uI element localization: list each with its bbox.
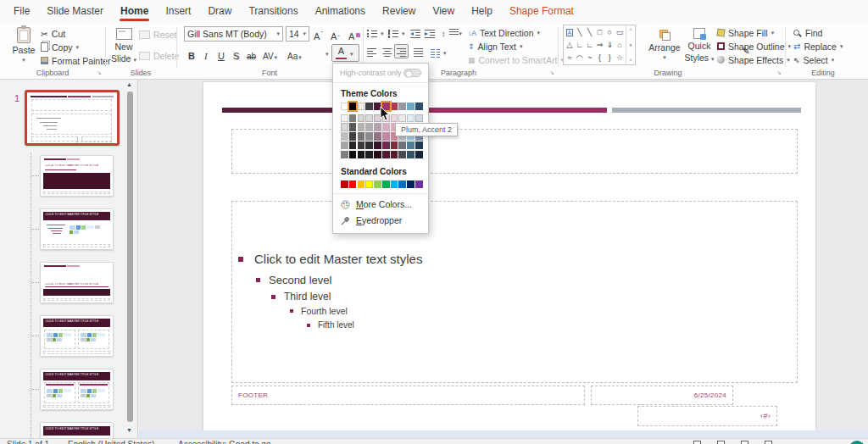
theme-variant-swatch[interactable] bbox=[391, 151, 398, 158]
align-center-button[interactable] bbox=[382, 47, 392, 59]
theme-variant-swatch[interactable] bbox=[341, 132, 348, 140]
date-placeholder[interactable]: 6/25/2024 bbox=[591, 386, 733, 405]
theme-variant-swatch[interactable] bbox=[365, 142, 373, 149]
menu-tab-review[interactable]: Review bbox=[374, 0, 424, 22]
increase-font-size-button[interactable]: Aˆ bbox=[314, 28, 323, 42]
language-status[interactable]: English (United States) bbox=[68, 440, 154, 444]
theme-variant-swatch[interactable] bbox=[391, 114, 398, 122]
decrease-indent-button[interactable] bbox=[410, 27, 420, 40]
theme-variant-swatch[interactable] bbox=[349, 114, 357, 122]
theme-color-swatch[interactable] bbox=[398, 103, 406, 110]
shape-glyph[interactable]: ╲ bbox=[577, 28, 581, 36]
theme-variant-swatch[interactable] bbox=[349, 132, 357, 140]
theme-variant-swatch[interactable] bbox=[374, 151, 381, 158]
standard-color-swatch[interactable] bbox=[349, 180, 357, 188]
menu-tab-home[interactable]: Home bbox=[112, 0, 157, 22]
menu-tab-view[interactable]: View bbox=[424, 0, 463, 22]
shape-glyph[interactable]: ○ bbox=[608, 28, 612, 36]
font-size-combo[interactable]: 14 ▾ bbox=[286, 26, 309, 42]
theme-variant-swatch[interactable] bbox=[365, 114, 373, 122]
drawing-dialog-launcher-icon[interactable]: ↘ bbox=[776, 69, 782, 76]
theme-color-swatch[interactable] bbox=[341, 103, 348, 110]
title-placeholder[interactable] bbox=[231, 129, 798, 174]
slide-thumbnail-5[interactable]: CLICK TO EDIT MASTER TITLE STYLE bbox=[40, 315, 114, 357]
strikethrough-button[interactable]: ab bbox=[247, 47, 256, 61]
cut-button[interactable]: ✂ Cut bbox=[41, 27, 65, 40]
slideshow-view-icon[interactable] bbox=[765, 441, 772, 444]
theme-variant-swatch[interactable] bbox=[349, 123, 357, 130]
theme-color-swatch[interactable] bbox=[365, 103, 373, 110]
line-spacing-button[interactable]: ↕ ▾ bbox=[442, 27, 462, 40]
slide-thumbnail-1[interactable] bbox=[25, 90, 120, 146]
shape-glyph[interactable]: ⇒ bbox=[597, 41, 604, 49]
theme-variant-swatch[interactable] bbox=[415, 142, 423, 149]
arrange-button[interactable]: Arrange ▾ bbox=[648, 25, 682, 65]
theme-variant-swatch[interactable] bbox=[382, 151, 390, 158]
theme-variant-swatch[interactable] bbox=[415, 151, 423, 158]
theme-variant-swatch[interactable] bbox=[407, 142, 415, 149]
theme-variant-swatch[interactable] bbox=[365, 123, 373, 130]
theme-variant-swatch[interactable] bbox=[382, 142, 390, 149]
replace-button[interactable]: ⇄ Replace ▾ bbox=[793, 40, 843, 53]
italic-button[interactable]: I bbox=[204, 47, 208, 61]
bullets-button[interactable]: ▾ bbox=[367, 27, 384, 40]
standard-color-swatch[interactable] bbox=[374, 180, 381, 188]
more-colors-item[interactable]: More Colors... bbox=[333, 197, 428, 213]
shape-glyph[interactable]: ⌂ bbox=[617, 41, 621, 49]
underline-button[interactable]: U bbox=[218, 47, 225, 61]
text-shadow-button[interactable]: S bbox=[233, 47, 239, 61]
theme-color-swatch[interactable] bbox=[407, 103, 415, 110]
normal-view-icon[interactable] bbox=[693, 441, 701, 444]
theme-color-swatch[interactable] bbox=[349, 103, 357, 110]
delete-button[interactable]: Delete bbox=[139, 49, 179, 62]
master-text-level-5[interactable]: Fifth level bbox=[307, 320, 354, 330]
shape-glyph[interactable]: ∟ bbox=[576, 41, 583, 49]
shape-fill-button[interactable]: Shape Fill ▾ bbox=[717, 26, 774, 39]
clipboard-dialog-launcher-icon[interactable]: ↘ bbox=[97, 69, 102, 76]
theme-variant-swatch[interactable] bbox=[398, 151, 406, 158]
shape-glyph[interactable]: ☆ bbox=[616, 53, 623, 62]
menu-tab-file[interactable]: File bbox=[5, 0, 38, 22]
shape-glyph[interactable]: ∟ bbox=[586, 41, 593, 49]
master-text-level-2[interactable]: Second level bbox=[256, 274, 331, 286]
shape-gallery-scroll[interactable]: ˄ ▾ ˅ bbox=[626, 25, 635, 64]
slide-sorter-view-icon[interactable] bbox=[717, 441, 725, 444]
theme-variant-swatch[interactable] bbox=[341, 142, 348, 149]
shape-glyph[interactable]: ◠ bbox=[576, 53, 583, 62]
thumbnail-scrollbar[interactable] bbox=[127, 92, 133, 422]
menu-tab-insert[interactable]: Insert bbox=[157, 0, 199, 22]
standard-color-swatch[interactable] bbox=[398, 180, 406, 188]
font-color-button[interactable]: A bbox=[336, 46, 347, 59]
theme-color-swatch[interactable] bbox=[391, 103, 398, 110]
theme-variant-swatch[interactable] bbox=[358, 123, 365, 130]
convert-smartart-button[interactable]: ▦ Convert to SmartArt ▾ bbox=[468, 53, 564, 66]
chevron-down-icon[interactable]: ▾ bbox=[326, 51, 329, 58]
quick-styles-button[interactable]: Quick Styles ▾ bbox=[683, 25, 715, 65]
page-number-placeholder[interactable]: ‹#› bbox=[637, 406, 777, 426]
theme-variant-swatch[interactable] bbox=[349, 151, 357, 158]
new-slide-button[interactable]: New Slide ▾ bbox=[108, 25, 139, 65]
format-painter-button[interactable]: Format Painter bbox=[41, 54, 110, 67]
shape-glyph[interactable]: } bbox=[609, 53, 611, 62]
master-text-level-1[interactable]: Click to edit Master text styles bbox=[238, 252, 422, 266]
shape-glyph[interactable]: ⇓ bbox=[606, 41, 613, 49]
clear-formatting-button[interactable]: A bbox=[348, 28, 360, 42]
change-case-button[interactable]: Aa▾ bbox=[287, 47, 302, 61]
theme-variant-swatch[interactable] bbox=[398, 114, 406, 122]
scroll-up-icon[interactable]: ▲ bbox=[126, 81, 132, 87]
theme-variant-swatch[interactable] bbox=[365, 151, 373, 158]
theme-variant-swatch[interactable] bbox=[365, 132, 373, 140]
paste-button[interactable]: Paste ▾ bbox=[8, 25, 39, 65]
text-direction-button[interactable]: ↓A Text Direction ▾ bbox=[468, 26, 540, 39]
standard-color-swatch[interactable] bbox=[407, 180, 415, 188]
standard-color-swatch[interactable] bbox=[415, 180, 423, 188]
standard-color-swatch[interactable] bbox=[391, 180, 398, 188]
reading-view-icon[interactable] bbox=[741, 441, 748, 444]
copy-button[interactable]: Copy ▾ bbox=[41, 41, 79, 53]
theme-variant-swatch[interactable] bbox=[374, 142, 381, 149]
shape-glyph[interactable]: ╲ bbox=[587, 28, 592, 36]
theme-variant-swatch[interactable] bbox=[341, 151, 348, 158]
find-button[interactable]: Find bbox=[793, 26, 822, 39]
bold-button[interactable]: B bbox=[188, 47, 195, 61]
theme-variant-swatch[interactable] bbox=[358, 132, 365, 140]
